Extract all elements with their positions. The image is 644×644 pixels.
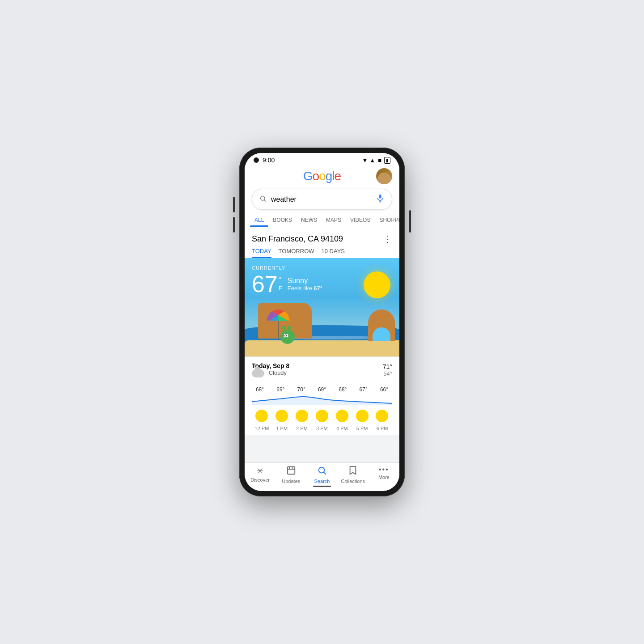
sun-dots-row bbox=[245, 405, 399, 425]
logo-e: e bbox=[335, 169, 341, 183]
search-tabs: ALL BOOKS NEWS MAPS VIDEOS SHOPPI... bbox=[245, 213, 399, 227]
front-camera bbox=[254, 157, 259, 163]
weather-tabs: TODAY TOMORROW 10 DAYS bbox=[245, 248, 399, 258]
weather-currently: CURRENTLY 67 °F Sunny Feels like 67° bbox=[252, 265, 322, 296]
location-text: San Francisco, CA 94109 bbox=[252, 234, 343, 244]
cliff-arch-graphic bbox=[368, 309, 395, 341]
currently-label: CURRENTLY bbox=[252, 265, 322, 271]
svg-line-1 bbox=[264, 200, 266, 201]
temp-chart-line bbox=[252, 394, 392, 405]
sun-dot-6 bbox=[376, 410, 388, 422]
updates-icon bbox=[286, 466, 296, 478]
weather-location-header: San Francisco, CA 94109 ⋮ bbox=[245, 227, 399, 248]
weather-tab-tomorrow[interactable]: TOMORROW bbox=[279, 248, 314, 258]
nav-updates-label: Updates bbox=[282, 479, 300, 484]
logo-g1: G bbox=[303, 169, 313, 183]
tab-videos[interactable]: VIDEOS bbox=[346, 213, 375, 227]
status-bar: 9:00 ▼ ▲ ■ ▮ bbox=[245, 153, 399, 165]
search-nav-icon bbox=[317, 466, 327, 478]
temp-low: 54° bbox=[383, 370, 392, 377]
sun-dot-3 bbox=[316, 410, 328, 422]
hour-6: 6 PM bbox=[374, 426, 390, 431]
frog-graphic bbox=[280, 330, 295, 344]
tab-all[interactable]: ALL bbox=[250, 213, 268, 227]
temp-point-1: 69° bbox=[272, 386, 288, 393]
weather-tab-10days[interactable]: 10 DAYS bbox=[322, 248, 345, 258]
current-temp: 67 bbox=[252, 272, 278, 296]
today-condition: Cloudy bbox=[252, 369, 289, 377]
today-info: Today, Sep 8 Cloudy bbox=[252, 362, 289, 377]
collections-icon bbox=[348, 466, 358, 478]
time-display: 9:00 bbox=[263, 157, 275, 164]
weather-card: San Francisco, CA 94109 ⋮ TODAY TOMORROW… bbox=[245, 227, 399, 435]
temp-row-chart: 68° 69° 70° 69° 68° 67° 66° bbox=[252, 386, 392, 393]
temp-point-3: 69° bbox=[314, 386, 330, 393]
content-scroll[interactable]: San Francisco, CA 94109 ⋮ TODAY TOMORROW… bbox=[245, 227, 399, 462]
volume-down-button[interactable] bbox=[233, 217, 235, 233]
temp-point-5: 67° bbox=[356, 386, 372, 393]
user-avatar[interactable] bbox=[376, 168, 392, 184]
svg-rect-2 bbox=[379, 195, 381, 199]
tab-shopping[interactable]: SHOPPI... bbox=[375, 213, 399, 227]
more-icon: ••• bbox=[379, 466, 389, 474]
svg-line-10 bbox=[324, 472, 326, 474]
google-header: Google bbox=[245, 165, 399, 187]
nav-discover-label: Discover bbox=[250, 477, 270, 483]
temp-high: 71° bbox=[383, 363, 392, 370]
nav-search-label: Search bbox=[314, 479, 330, 484]
phone-screen: 9:00 ▼ ▲ ■ ▮ Google bbox=[245, 153, 399, 491]
nav-collections[interactable]: Collections bbox=[338, 466, 369, 487]
nav-active-indicator bbox=[313, 486, 331, 487]
nav-more-label: More bbox=[378, 475, 390, 480]
feels-like: Feels like 67° bbox=[288, 285, 322, 292]
sun-dot-5 bbox=[356, 410, 369, 422]
google-logo: Google bbox=[303, 169, 341, 183]
temp-point-2: 70° bbox=[293, 386, 309, 393]
tab-news[interactable]: NEWS bbox=[297, 213, 322, 227]
nav-search[interactable]: Search bbox=[306, 466, 337, 487]
tab-maps[interactable]: MAPS bbox=[322, 213, 346, 227]
weather-description: Sunny Feels like 67° bbox=[288, 277, 322, 292]
more-options-button[interactable]: ⋮ bbox=[383, 233, 392, 244]
cloud-icon bbox=[252, 369, 264, 377]
volume-up-button[interactable] bbox=[233, 197, 235, 212]
hour-5: 5 PM bbox=[354, 426, 370, 431]
umbrella-pole bbox=[278, 321, 279, 339]
hour-3: 3 PM bbox=[314, 426, 330, 431]
weather-condition: Sunny bbox=[288, 277, 322, 285]
beach-scene bbox=[245, 294, 399, 356]
svg-rect-5 bbox=[288, 467, 295, 475]
search-query: weather bbox=[271, 195, 376, 203]
power-button[interactable] bbox=[409, 210, 411, 233]
umbrella-top bbox=[267, 309, 289, 321]
temp-point-0: 68° bbox=[252, 386, 268, 393]
avatar-face bbox=[377, 173, 391, 184]
tab-books[interactable]: BOOKS bbox=[268, 213, 297, 227]
sun-dot-1 bbox=[275, 410, 288, 422]
nav-more[interactable]: ••• More bbox=[369, 466, 399, 487]
sand-graphic bbox=[245, 340, 399, 356]
status-right: ▼ ▲ ■ ▮ bbox=[362, 157, 390, 164]
temp-row: 67 °F Sunny Feels like 67° bbox=[252, 272, 322, 296]
today-summary: Today, Sep 8 Cloudy 71° 54° bbox=[245, 356, 399, 383]
sun-dot-0 bbox=[255, 410, 268, 422]
sun-dot-4 bbox=[336, 410, 348, 422]
bottom-nav: ✳ Discover Updates bbox=[245, 462, 399, 491]
temp-degree: °F bbox=[279, 276, 282, 292]
search-bar[interactable]: weather bbox=[252, 189, 392, 210]
nav-discover[interactable]: ✳ Discover bbox=[245, 466, 275, 487]
today-temps: 71° 54° bbox=[383, 363, 392, 377]
status-left: 9:00 bbox=[254, 157, 275, 164]
hour-4: 4 PM bbox=[334, 426, 350, 431]
phone-frame: 9:00 ▼ ▲ ■ ▮ Google bbox=[239, 148, 405, 496]
hour-2: 2 PM bbox=[294, 426, 310, 431]
nav-updates[interactable]: Updates bbox=[275, 466, 306, 487]
search-icon bbox=[259, 195, 267, 204]
weather-tab-today[interactable]: TODAY bbox=[252, 248, 271, 258]
mic-icon[interactable] bbox=[376, 194, 385, 205]
hourly-chart: 68° 69° 70° 69° 68° 67° 66° bbox=[245, 383, 399, 405]
hour-1: 1 PM bbox=[274, 426, 290, 431]
hour-labels: 12 PM 1 PM 2 PM 3 PM 4 PM 5 PM 6 PM bbox=[245, 425, 399, 435]
logo-g2: g bbox=[326, 169, 332, 183]
hour-0: 12 PM bbox=[254, 426, 270, 431]
